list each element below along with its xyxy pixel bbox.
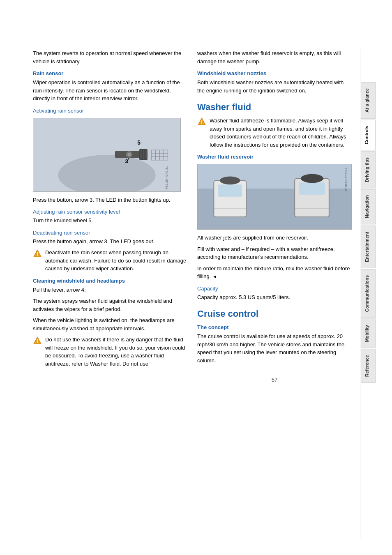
rain-sensor-text: Wiper operation is controlled automatica… [33, 78, 189, 103]
adjusting-heading: Adjusting rain sensor sensitivity level [33, 209, 189, 215]
cleaning-text2: When the vehicle lighting is switched on… [33, 316, 189, 332]
reservoir-text2: Fill with water and – if required – with… [197, 245, 352, 261]
sidebar: At a glance Controls Driving tips Naviga… [360, 49, 376, 539]
svg-point-10 [127, 153, 131, 156]
deactivating-heading: Deactivating rain sensor [33, 230, 189, 236]
capacity-text: Capacity approx. 5.3 US quarts/5 liters. [197, 293, 352, 302]
nozzles-text: Both windshield washer nozzles are autom… [197, 78, 352, 94]
svg-text:3: 3 [125, 158, 128, 164]
warning-icon-1: ! [33, 249, 42, 258]
concept-heading: The concept [197, 324, 352, 330]
capacity-heading: Capacity [197, 286, 352, 292]
adjusting-text: Turn the knurled wheel 5. [33, 216, 189, 225]
svg-text:!: ! [37, 251, 38, 257]
nozzles-heading: Windshield washer nozzles [197, 70, 352, 76]
rain-sensor-heading: Rain sensor [33, 70, 189, 76]
svg-text:!: ! [201, 120, 203, 125]
warning2-cont: washers when the washer fluid reservoir … [197, 49, 352, 65]
left-column: The system reverts to operation at norma… [33, 49, 189, 539]
washer-fluid-heading: Washer fluid [197, 102, 352, 113]
svg-text:P82.20-4045-31: P82.20-4045-31 [165, 166, 168, 189]
sidebar-tab-entertainment[interactable]: Entertainment [361, 226, 376, 268]
rain-sensor-diagram: 5 3 P82.20-4045-31 [33, 118, 181, 192]
reservoir-heading: Washer fluid reservoir [197, 154, 352, 160]
cleaning-text1: The system sprays washer fluid against t… [33, 297, 189, 313]
svg-point-31 [220, 177, 240, 185]
sidebar-tab-communications[interactable]: Communications [361, 269, 376, 318]
intro-text: The system reverts to operation at norma… [33, 49, 189, 65]
press-button-text: Press the button, arrow 3. The LED in th… [33, 196, 189, 204]
svg-rect-33 [299, 183, 325, 195]
reservoir-diagram: P82.10-4646-31 [197, 164, 352, 230]
page-number: 57 [197, 377, 352, 383]
svg-rect-30 [218, 184, 242, 197]
concept-text: The cruise control is available for use … [197, 332, 352, 364]
sidebar-tab-navigation[interactable]: Navigation [361, 189, 376, 224]
sidebar-tab-controls[interactable]: Controls [361, 120, 376, 150]
cruise-heading: Cruise control [197, 309, 352, 319]
sidebar-tab-driving-tips[interactable]: Driving tips [361, 151, 376, 189]
activating-heading: Activating rain sensor [33, 108, 189, 114]
warning-icon-3: ! [197, 117, 206, 126]
cleaning-heading: Cleaning windshield and headlamps [33, 278, 189, 284]
warning-box-2: ! Do not use the washers if there is any… [33, 336, 189, 368]
deactivating-text: Press the button again, arrow 3. The LED… [33, 237, 189, 246]
reservoir-text3: In order to maintain the mixture ratio, … [197, 265, 352, 281]
right-column: washers when the washer fluid reservoir … [197, 49, 352, 539]
svg-point-34 [301, 174, 323, 183]
warning-text-1: Deactivate the rain sensor when passing … [45, 249, 189, 273]
svg-text:!: ! [37, 339, 38, 344]
sidebar-tab-at-a-glance[interactable]: At a glance [361, 82, 376, 119]
svg-text:5: 5 [137, 139, 141, 146]
triangle-marker-1: ◄ [212, 273, 217, 280]
warning-box-1: ! Deactivate the rain sensor when passin… [33, 249, 189, 273]
warning-icon-2: ! [33, 336, 42, 345]
warning-text-2: Do not use the washers if there is any d… [45, 336, 189, 368]
warning-text-3: Washer fluid antifreeze is flammable. Al… [210, 117, 352, 149]
sidebar-tab-reference[interactable]: Reference [361, 349, 376, 383]
reservoir-text1: All washer jets are supplied from one re… [197, 234, 352, 242]
warning-box-3: ! Washer fluid antifreeze is flammable. … [197, 117, 352, 149]
cleaning-sub: Pull the lever, arrow 4: [33, 286, 189, 294]
svg-text:P82.10-4646-31: P82.10-4646-31 [344, 168, 348, 191]
sidebar-tab-mobility[interactable]: Mobility [361, 319, 376, 348]
